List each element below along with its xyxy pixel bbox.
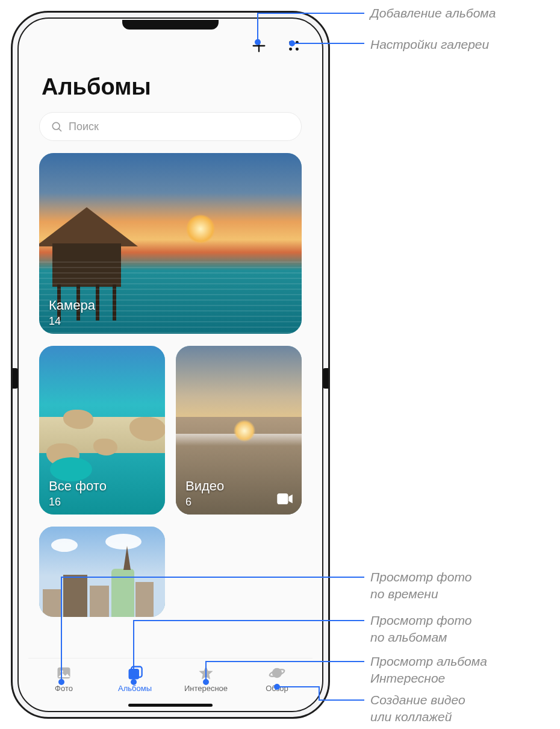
page-title: Альбомы xyxy=(28,56,313,112)
album-count: 16 xyxy=(49,496,61,508)
plus-icon xyxy=(250,37,267,54)
album-all-photos[interactable]: Все фото 16 xyxy=(39,346,165,515)
album-count: 6 xyxy=(185,496,191,508)
star-icon xyxy=(198,665,214,681)
power-button xyxy=(329,217,330,254)
album-label: Все фото xyxy=(49,478,107,494)
callout-by-albums: Просмотр фотопо альбомам xyxy=(370,612,471,646)
notch xyxy=(122,20,219,30)
svg-point-2 xyxy=(289,41,292,44)
search-icon xyxy=(51,120,63,133)
svg-point-10 xyxy=(60,670,63,673)
home-indicator[interactable] xyxy=(128,704,213,707)
nav-browse[interactable]: Обзор xyxy=(241,665,313,693)
nav-label: Альбомы xyxy=(118,684,152,693)
phone-screen: Альбомы Камера 14 xyxy=(17,17,323,712)
album-thumb xyxy=(39,527,165,617)
nav-label: Обзор xyxy=(266,684,288,693)
album-video[interactable]: Видео 6 xyxy=(176,346,302,515)
callout-gallery-settings: Настройки галереи xyxy=(370,36,489,53)
planet-icon xyxy=(269,665,285,681)
search-bar[interactable] xyxy=(39,112,302,141)
svg-point-4 xyxy=(289,48,292,51)
video-icon xyxy=(276,493,293,507)
svg-point-5 xyxy=(296,48,299,51)
albums-grid: Камера 14 Все фото 16 xyxy=(28,153,313,658)
albums-icon xyxy=(126,665,143,681)
album-count: 14 xyxy=(49,315,61,328)
volume-button xyxy=(329,133,330,199)
search-input[interactable] xyxy=(69,120,290,133)
nav-albums[interactable]: Альбомы xyxy=(99,665,170,693)
callout-by-time: Просмотр фотопо времени xyxy=(370,569,471,603)
add-album-button[interactable] xyxy=(249,36,269,56)
album-label: Видео xyxy=(185,478,224,494)
svg-line-7 xyxy=(59,129,61,131)
phone-frame: Альбомы Камера 14 xyxy=(11,11,330,719)
album-label: Камера xyxy=(49,298,95,313)
album-other[interactable] xyxy=(39,527,165,617)
hinge-right xyxy=(323,368,330,389)
top-action-bar xyxy=(28,30,313,56)
svg-point-3 xyxy=(296,41,299,44)
svg-rect-8 xyxy=(277,493,288,504)
nav-label: Интересное xyxy=(184,684,228,693)
gallery-settings-button[interactable] xyxy=(284,36,304,56)
nav-photo[interactable]: Фото xyxy=(28,665,99,693)
nav-label: Фото xyxy=(55,684,73,693)
photo-icon xyxy=(55,665,72,681)
callout-discover: Просмотр альбомаИнтересное xyxy=(370,653,487,687)
bottom-nav: Фото Альбомы Интересное Обзор xyxy=(28,658,313,701)
callout-add-album: Добавление альбома xyxy=(370,5,496,22)
menu-dots-icon xyxy=(286,38,302,54)
callout-create-video: Создание видеоили коллажей xyxy=(370,692,465,726)
nav-discover[interactable]: Интересное xyxy=(170,665,241,693)
album-camera[interactable]: Камера 14 xyxy=(39,153,302,334)
